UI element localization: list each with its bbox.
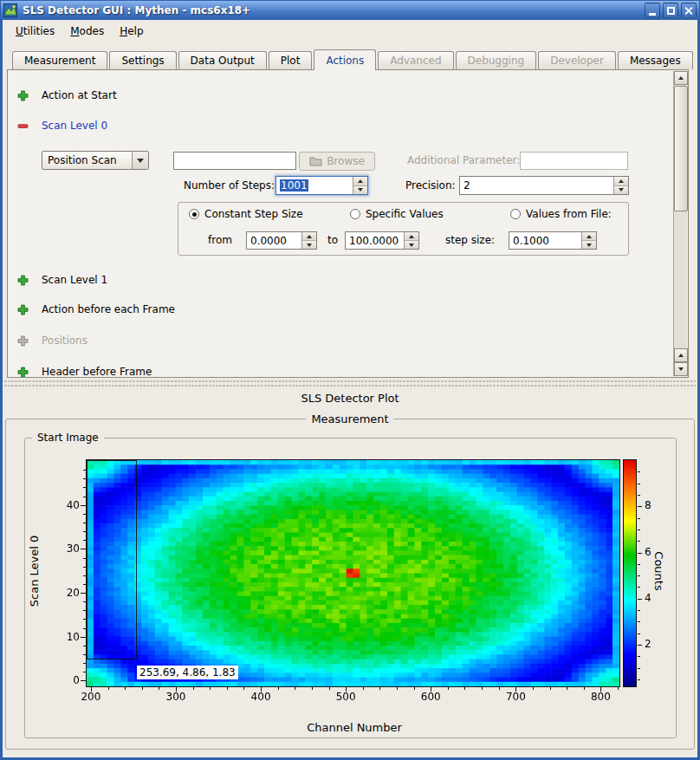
scan-script-field[interactable] xyxy=(173,152,296,170)
app-icon[interactable] xyxy=(3,3,17,17)
maximize-icon xyxy=(667,7,675,15)
spin-up-down-buttons[interactable] xyxy=(353,177,367,194)
folder-icon xyxy=(309,156,322,166)
title-bar[interactable]: SLS Detector GUI : Mythen - mcs6x18+ xyxy=(1,1,699,20)
expand-plus-icon[interactable] xyxy=(17,90,29,101)
to-value[interactable]: 100.0000 xyxy=(346,232,404,249)
maximize-button[interactable] xyxy=(663,3,678,18)
from-label: from xyxy=(208,234,232,247)
number-of-steps-spinbox[interactable]: 1001 xyxy=(275,176,368,195)
tab-settings[interactable]: Settings xyxy=(109,51,176,69)
tab-actions[interactable]: Actions xyxy=(314,49,376,70)
spin-up-down-buttons[interactable] xyxy=(581,232,596,249)
step-options-groupbox: Constant Step Size Specific Values Value… xyxy=(178,202,629,256)
scroll-up-button[interactable] xyxy=(674,348,688,362)
tab-bar: Measurement Settings Data Output Plot Ac… xyxy=(12,50,695,69)
additional-parameter-label: Additional Parameter: xyxy=(407,154,520,167)
to-spinbox[interactable]: 100.0000 xyxy=(345,231,419,250)
expand-plus-icon[interactable] xyxy=(17,275,29,286)
scan-level-1-label[interactable]: Scan Level 1 xyxy=(42,274,107,287)
scrollbar-thumb[interactable] xyxy=(674,86,688,211)
app-window: SLS Detector GUI : Mythen - mcs6x18+ Uti… xyxy=(0,0,700,760)
expand-plus-icon-disabled xyxy=(17,335,29,347)
chevron-down-icon[interactable] xyxy=(132,152,148,169)
tab-label: Debugging xyxy=(468,55,525,67)
splitter-handle[interactable] xyxy=(4,380,696,388)
additional-parameter-field xyxy=(520,152,628,170)
specific-values-label[interactable]: Specific Values xyxy=(366,208,444,221)
minimize-button[interactable] xyxy=(645,3,660,18)
tab-plot[interactable]: Plot xyxy=(269,51,313,69)
positions-label: Positions xyxy=(42,335,88,348)
expand-plus-icon[interactable] xyxy=(17,304,29,315)
close-icon xyxy=(684,6,694,16)
scan-level-0-label[interactable]: Scan Level 0 xyxy=(42,120,107,133)
plot-dock-title: SLS Detector Plot xyxy=(3,392,697,405)
tab-messages[interactable]: Messages xyxy=(618,51,693,69)
menu-help[interactable]: Help xyxy=(112,22,151,41)
scan-mode-value: Position Scan xyxy=(42,152,132,169)
from-spinbox[interactable]: 0.0000 xyxy=(246,231,317,250)
tab-label: Messages xyxy=(630,55,681,67)
specific-values-radio[interactable] xyxy=(350,209,360,219)
tab-measurement[interactable]: Measurement xyxy=(12,51,107,69)
step-size-value[interactable]: 0.1000 xyxy=(509,232,581,249)
menu-bar: Utilities Modes Help xyxy=(3,20,697,42)
client-area: Utilities Modes Help Measurement Setting… xyxy=(3,20,697,757)
values-from-file-label[interactable]: Values from File: xyxy=(526,208,612,221)
values-from-file-radio[interactable] xyxy=(510,209,521,219)
tab-label: Data Output xyxy=(191,55,255,67)
header-before-frame-label[interactable]: Header before Frame xyxy=(42,366,152,378)
tab-label: Actions xyxy=(326,55,364,67)
tab-label: Developer xyxy=(550,55,604,67)
step-size-label: step size: xyxy=(445,234,495,247)
window-title: SLS Detector GUI : Mythen - mcs6x18+ xyxy=(20,4,642,16)
number-of-steps-value[interactable]: 1001 xyxy=(280,179,308,192)
scroll-down-button[interactable] xyxy=(674,362,688,376)
from-value[interactable]: 0.0000 xyxy=(247,232,301,249)
precision-spinbox[interactable]: 2 xyxy=(459,176,629,195)
menu-modes[interactable]: Modes xyxy=(62,22,112,41)
tab-developer: Developer xyxy=(538,51,616,69)
tab-data-output[interactable]: Data Output xyxy=(178,51,267,69)
precision-label: Precision: xyxy=(405,179,456,192)
minimize-icon xyxy=(649,13,656,16)
expand-plus-icon[interactable] xyxy=(17,367,29,378)
heatmap-plot[interactable] xyxy=(86,459,620,687)
tab-label: Advanced xyxy=(390,55,441,67)
to-label: to xyxy=(327,234,338,247)
spin-up-down-buttons[interactable] xyxy=(404,232,418,249)
spin-up-down-buttons[interactable] xyxy=(613,177,628,194)
tab-label: Settings xyxy=(121,55,164,67)
scan-mode-combobox[interactable]: Position Scan xyxy=(42,151,149,170)
action-at-start-label[interactable]: Action at Start xyxy=(42,89,117,102)
constant-step-label[interactable]: Constant Step Size xyxy=(204,208,303,221)
tab-advanced: Advanced xyxy=(378,51,453,69)
actions-panel: Action at Start Scan Level 0 Position Sc… xyxy=(7,69,689,378)
close-button[interactable] xyxy=(681,3,697,18)
radio-dot xyxy=(192,212,197,217)
step-size-spinbox[interactable]: 0.1000 xyxy=(509,231,597,250)
browse-button-label: Browse xyxy=(327,155,365,167)
collapse-minus-icon[interactable] xyxy=(17,120,29,132)
action-before-frame-label[interactable]: Action before each Frame xyxy=(42,303,175,316)
start-image-group-title: Start Image xyxy=(32,432,104,445)
scroll-up-button[interactable] xyxy=(674,71,688,85)
tab-debugging: Debugging xyxy=(456,51,537,69)
measurement-group-title: Measurement xyxy=(306,412,393,425)
tab-label: Plot xyxy=(281,55,301,67)
spin-up-down-buttons[interactable] xyxy=(301,232,316,249)
vertical-scrollbar[interactable] xyxy=(673,71,687,376)
tab-label: Measurement xyxy=(24,55,95,67)
number-of-steps-label: Number of Steps: xyxy=(173,179,275,192)
menu-utilities[interactable]: Utilities xyxy=(8,22,62,41)
browse-button: Browse xyxy=(299,152,375,171)
precision-value[interactable]: 2 xyxy=(460,177,613,194)
constant-step-radio[interactable] xyxy=(189,209,199,219)
